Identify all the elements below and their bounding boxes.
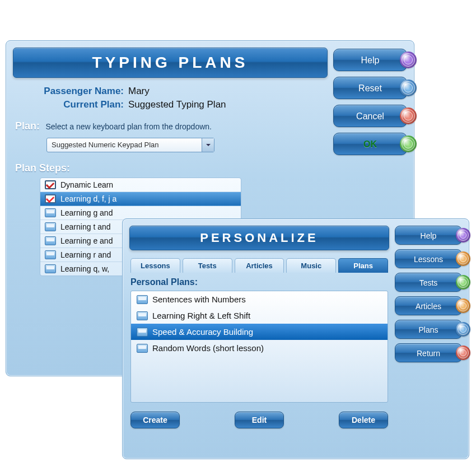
screen-icon — [137, 311, 148, 320]
current-plan-value: Suggested Typing Plan — [128, 99, 226, 110]
passenger-label: Passenger Name: — [29, 86, 124, 97]
ok-button[interactable]: OK — [333, 133, 407, 155]
plan-label: Plan: — [15, 120, 40, 132]
screen-icon — [137, 344, 148, 353]
personalize-main: PERSONALIZE Lessons Tests Articles Music… — [129, 226, 389, 428]
help-button-label: Help — [361, 55, 380, 65]
create-button[interactable]: Create — [130, 412, 180, 428]
edit-button[interactable]: Edit — [235, 412, 284, 428]
globe-icon — [400, 52, 417, 68]
screen-icon — [45, 264, 56, 273]
plan-step-label: Learning r and — [60, 250, 111, 259]
globe-icon — [456, 298, 470, 313]
typing-plans-title: TYPING PLANS — [13, 48, 328, 78]
plan-help-text: Select a new keyboard plan from the drop… — [45, 122, 212, 131]
tests-button[interactable]: Tests — [395, 273, 462, 292]
personal-plan-item[interactable]: Random Words (short lesson) — [131, 340, 388, 356]
plan-dropdown[interactable]: Suggested Numeric Keypad Plan — [46, 138, 214, 152]
current-plan-label: Current Plan: — [29, 99, 124, 110]
lessons-button-label: Lessons — [414, 255, 443, 264]
screen-icon — [137, 328, 148, 337]
tab-plans[interactable]: Plans — [338, 258, 388, 273]
tab-lessons[interactable]: Lessons — [130, 258, 180, 273]
plan-step-label: Learning t and — [60, 222, 111, 231]
globe-icon — [400, 136, 417, 152]
globe-icon — [456, 275, 470, 290]
articles-button-label: Articles — [416, 302, 441, 311]
plan-step-label: Learning g and — [60, 208, 113, 217]
globe-icon — [456, 322, 470, 337]
delete-button[interactable]: Delete — [339, 412, 388, 428]
passenger-value: Mary — [128, 86, 150, 97]
personal-plan-label: Sentences with Numbers — [152, 295, 246, 304]
plan-step-label: Learning d, f, j a — [60, 194, 116, 203]
tab-tests[interactable]: Tests — [183, 258, 232, 273]
cancel-button-label: Cancel — [356, 111, 384, 121]
personalize-window: PERSONALIZE Lessons Tests Articles Music… — [122, 218, 469, 459]
screen-icon — [137, 295, 148, 304]
ok-button-label: OK — [363, 139, 377, 149]
check-icon — [45, 180, 56, 189]
personal-plan-label: Learning Right & Left Shift — [152, 311, 250, 320]
personalize-title: PERSONALIZE — [129, 226, 389, 250]
plan-step-item[interactable]: Learning d, f, j a — [40, 192, 241, 206]
return-button-label: Return — [417, 349, 440, 358]
personal-plan-label: Random Words (short lesson) — [152, 343, 264, 353]
globe-icon — [456, 228, 470, 242]
globe-icon — [400, 108, 417, 124]
globe-icon — [456, 251, 470, 266]
help-button-label: Help — [421, 231, 437, 240]
personal-plans-list[interactable]: Sentences with Numbers Learning Right & … — [130, 291, 388, 403]
check-icon — [45, 194, 56, 203]
globe-icon — [456, 346, 470, 360]
personal-plan-label: Speed & Accuracy Building — [152, 327, 253, 337]
help-button[interactable]: Help — [395, 226, 462, 245]
screen-icon — [45, 208, 56, 217]
personal-plan-item[interactable]: Sentences with Numbers — [131, 291, 388, 307]
tab-music[interactable]: Music — [286, 258, 336, 273]
plan-steps-label: Plan Steps: — [15, 162, 328, 174]
plans-button-label: Plans — [418, 325, 438, 334]
personalize-sidebar: Help Lessons Tests Articles Plans Return — [395, 226, 462, 428]
screen-icon — [45, 250, 56, 259]
screen-icon — [45, 222, 56, 231]
plan-step-label: Dynamic Learn — [60, 180, 113, 189]
plan-step-label: Learning q, w, — [60, 264, 109, 273]
personalize-tabs: Lessons Tests Articles Music Plans — [130, 258, 388, 273]
reset-button-label: Reset — [358, 83, 382, 93]
tests-button-label: Tests — [419, 278, 438, 287]
passenger-row: Passenger Name: Mary — [29, 86, 328, 97]
return-button[interactable]: Return — [395, 343, 462, 362]
globe-icon — [400, 80, 417, 96]
personal-plan-item[interactable]: Speed & Accuracy Building — [131, 324, 388, 340]
chevron-down-icon — [202, 138, 214, 152]
personal-plans-header: Personal Plans: — [130, 277, 388, 287]
lessons-button[interactable]: Lessons — [395, 249, 462, 268]
current-plan-row: Current Plan: Suggested Typing Plan — [29, 99, 328, 110]
reset-button[interactable]: Reset — [333, 77, 407, 99]
screen-icon — [45, 236, 56, 245]
personalize-button-row: Create Edit Delete — [130, 412, 388, 428]
help-button[interactable]: Help — [333, 49, 407, 71]
articles-button[interactable]: Articles — [395, 296, 462, 315]
plan-step-item[interactable]: Dynamic Learn — [40, 178, 241, 192]
cancel-button[interactable]: Cancel — [333, 105, 407, 127]
tab-articles[interactable]: Articles — [235, 258, 284, 273]
plan-dropdown-value: Suggested Numeric Keypad Plan — [52, 141, 159, 149]
plans-button[interactable]: Plans — [395, 320, 462, 339]
personal-plan-item[interactable]: Learning Right & Left Shift — [131, 307, 388, 324]
plan-step-label: Learning e and — [60, 236, 113, 245]
